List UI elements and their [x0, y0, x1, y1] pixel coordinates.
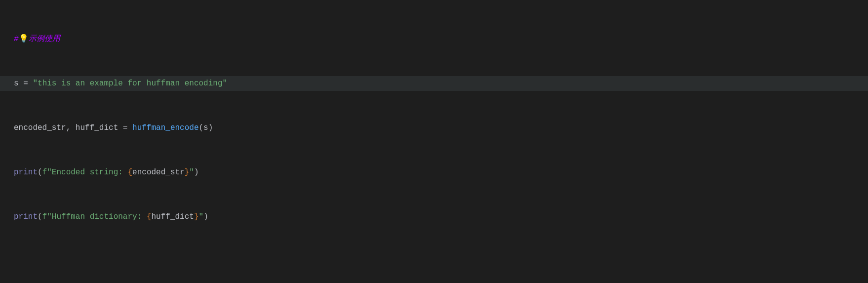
code-line-4: print(f"Huffman dictionary: {huff_dict}"…: [0, 209, 868, 224]
code-line-comment: #💡示例使用: [0, 32, 868, 46]
code-line-blank: [0, 254, 868, 269]
code-editor[interactable]: #💡示例使用 s = "this is an example for huffm…: [0, 0, 868, 283]
code-line-1: s = "this is an example for huffman enco…: [0, 76, 868, 91]
code-line-2: encoded_str, huff_dict = huffman_encode(…: [0, 121, 868, 135]
code-line-3: print(f"Encoded string: {encoded_str}"): [0, 165, 868, 180]
